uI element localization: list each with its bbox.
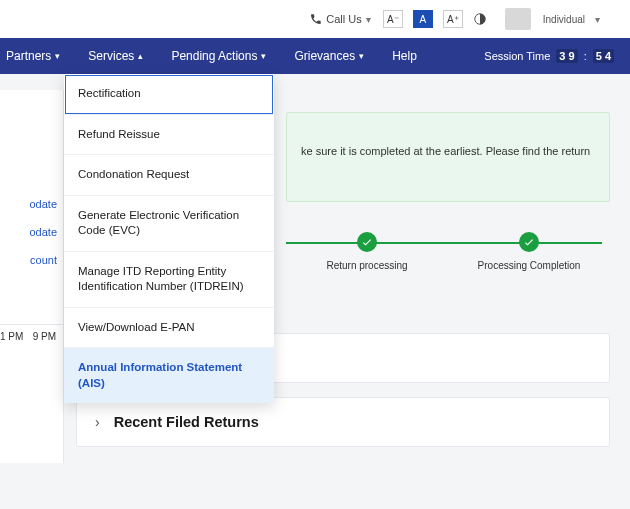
menu-ais[interactable]: Annual Information Statement (AIS) (64, 348, 274, 403)
chevron-down-icon: ▾ (366, 14, 371, 25)
sidebar-link[interactable]: odate (0, 190, 63, 218)
nav-grievances-label: Grievances (294, 49, 355, 63)
menu-rectification[interactable]: Rectification (64, 74, 274, 115)
nav-help-label: Help (392, 49, 417, 63)
chevron-up-icon: ▴ (138, 51, 143, 61)
left-sidebar: odate odate count 1 PM 9 PM (0, 90, 64, 463)
alert-banner: ke sure it is completed at the earliest.… (286, 112, 610, 202)
menu-condonation[interactable]: Condonation Request (64, 155, 274, 196)
font-decrease-button[interactable]: A⁻ (383, 10, 403, 28)
alert-text: ke sure it is completed at the earliest.… (301, 145, 590, 157)
card-title: Recent Filed Returns (114, 414, 259, 430)
nav-grievances[interactable]: Grievances ▾ (280, 38, 378, 74)
sidebar-time: 1 PM (0, 325, 29, 348)
time-colon: : (584, 50, 587, 62)
nav-partners-label: Partners (6, 49, 51, 63)
flow-step-completion: Processing Completion (448, 232, 610, 271)
font-increase-button[interactable]: A⁺ (443, 10, 463, 28)
sidebar-link[interactable]: count (0, 246, 63, 274)
flow-step-processing: Return processing (286, 232, 448, 271)
sidebar-time: 9 PM (33, 325, 62, 348)
session-timer: Session Time 3 9 : 5 4 (484, 49, 630, 63)
utility-bar: Call Us ▾ A⁻ A A⁺ Individual ▾ (0, 0, 630, 38)
process-flow: Return processing Processing Completion (286, 232, 610, 271)
flow-step-label: Processing Completion (478, 260, 581, 271)
sidebar-link[interactable]: odate (0, 218, 63, 246)
check-icon (519, 232, 539, 252)
recent-filed-returns-accordion[interactable]: › Recent Filed Returns (76, 397, 610, 447)
call-us-label: Call Us (326, 13, 361, 25)
contrast-icon[interactable] (473, 12, 487, 26)
menu-epan[interactable]: View/Download E-PAN (64, 308, 274, 349)
main-nav: Partners ▾ Services ▴ Pending Actions ▾ … (0, 38, 630, 74)
nav-pending-label: Pending Actions (171, 49, 257, 63)
user-type-label: Individual (543, 14, 585, 25)
avatar[interactable] (505, 8, 531, 30)
chevron-down-icon: ▾ (359, 51, 364, 61)
menu-itdrein[interactable]: Manage ITD Reporting Entity Identificati… (64, 252, 274, 308)
chevron-down-icon: ▾ (261, 51, 266, 61)
nav-help[interactable]: Help (378, 38, 431, 74)
phone-icon (310, 13, 322, 25)
session-label: Session Time (484, 50, 550, 62)
chevron-right-icon: › (95, 414, 100, 430)
menu-evc[interactable]: Generate Electronic Verification Code (E… (64, 196, 274, 252)
nav-services[interactable]: Services ▴ (74, 38, 157, 74)
nav-services-label: Services (88, 49, 134, 63)
chevron-down-icon: ▾ (55, 51, 60, 61)
font-normal-button[interactable]: A (413, 10, 433, 28)
check-icon (357, 232, 377, 252)
session-minutes: 3 9 (556, 49, 577, 63)
services-dropdown: Rectification Refund Reissue Condonation… (64, 74, 274, 403)
flow-step-label: Return processing (326, 260, 407, 271)
nav-partners[interactable]: Partners ▾ (0, 38, 74, 74)
nav-pending-actions[interactable]: Pending Actions ▾ (157, 38, 280, 74)
session-seconds: 5 4 (593, 49, 614, 63)
chevron-down-icon[interactable]: ▾ (595, 14, 600, 25)
call-us-link[interactable]: Call Us ▾ (310, 13, 370, 25)
menu-refund-reissue[interactable]: Refund Reissue (64, 115, 274, 156)
